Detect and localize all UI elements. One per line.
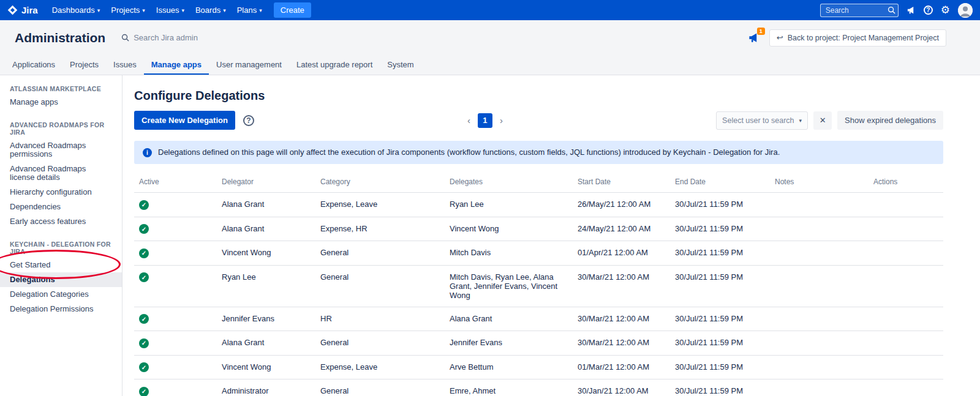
cell-delegator: Alana Grant bbox=[217, 331, 315, 356]
clear-filter-button[interactable]: ✕ bbox=[813, 111, 832, 130]
cell-notes bbox=[770, 217, 869, 241]
nav-menu-label: Plans bbox=[237, 6, 257, 15]
settings-gear-icon[interactable]: ⚙ bbox=[941, 5, 950, 15]
sidebar-item-early-access-features[interactable]: Early access features bbox=[0, 214, 122, 229]
cell-delegates: Arve Bettum bbox=[445, 355, 573, 379]
sidebar-item-advanced-roadmaps-license-details[interactable]: Advanced Roadmaps license details bbox=[0, 162, 122, 185]
table-row: ✓Alana GrantExpense, LeaveRyan Lee26/May… bbox=[134, 193, 943, 217]
nav-menu-plans[interactable]: Plans▾ bbox=[232, 0, 268, 20]
cell-start-date: 24/May/21 12:00 AM bbox=[573, 217, 670, 241]
nav-menu-projects[interactable]: Projects▾ bbox=[105, 0, 151, 20]
cell-active: ✓ bbox=[134, 331, 217, 356]
tab-projects[interactable]: Projects bbox=[62, 55, 106, 75]
user-search-select[interactable]: Select user to search ▾ bbox=[716, 111, 808, 130]
sidebar-item-get-started[interactable]: Get Started bbox=[0, 258, 122, 272]
show-expired-delegations-button[interactable]: Show expired delegations bbox=[837, 111, 943, 130]
back-to-project-label: Back to project: Project Management Proj… bbox=[788, 34, 939, 42]
jira-logo[interactable]: Jira bbox=[7, 5, 38, 15]
notifications-icon[interactable]: 1 bbox=[748, 32, 760, 43]
help-icon[interactable]: ? bbox=[243, 115, 254, 126]
main-panel: Configure Delegations Create New Delegat… bbox=[123, 75, 980, 396]
nav-menu-issues[interactable]: Issues▾ bbox=[151, 0, 190, 20]
pagination-current-page[interactable]: 1 bbox=[478, 113, 492, 128]
admin-search-input[interactable] bbox=[134, 33, 274, 42]
tab-latest-upgrade-report[interactable]: Latest upgrade report bbox=[289, 55, 380, 75]
tab-issues[interactable]: Issues bbox=[106, 55, 144, 75]
cell-delegator: Ryan Lee bbox=[217, 265, 315, 307]
nav-menu-label: Dashboards bbox=[52, 6, 95, 15]
cell-end-date: 30/Jul/21 11:59 PM bbox=[670, 331, 770, 356]
admin-search[interactable] bbox=[121, 33, 274, 42]
table-body: ✓Alana GrantExpense, LeaveRyan Lee26/May… bbox=[134, 193, 943, 396]
column-header-actions: Actions bbox=[869, 174, 943, 193]
nav-menu-label: Boards bbox=[195, 6, 221, 15]
cell-delegates: Vincent Wong bbox=[445, 217, 573, 241]
chevron-down-icon: ▾ bbox=[223, 7, 226, 13]
cell-notes bbox=[770, 331, 869, 356]
cell-start-date: 30/Jan/21 12:00 AM bbox=[573, 379, 670, 396]
pagination-prev-icon[interactable]: ‹ bbox=[467, 115, 470, 125]
table-row: ✓AdministratorGeneralEmre, Ahmet30/Jan/2… bbox=[134, 379, 943, 396]
cell-delegates: Mitch Davis bbox=[445, 241, 573, 266]
tab-manage-apps[interactable]: Manage apps bbox=[144, 55, 209, 75]
cell-category: HR bbox=[315, 307, 445, 331]
sidebar-item-delegation-categories[interactable]: Delegation Categories bbox=[0, 287, 122, 302]
nav-search[interactable] bbox=[820, 4, 899, 17]
nav-search-input[interactable] bbox=[820, 4, 899, 17]
pagination-next-icon[interactable]: › bbox=[500, 115, 503, 125]
notification-badge: 1 bbox=[757, 28, 765, 35]
cell-delegates: Alana Grant bbox=[445, 307, 573, 331]
cell-delegator: Administrator bbox=[217, 379, 315, 396]
create-new-delegation-button[interactable]: Create New Delegation bbox=[134, 111, 235, 130]
configure-delegations-title: Configure Delegations bbox=[134, 89, 943, 103]
cell-active: ✓ bbox=[134, 193, 217, 217]
sidebar-item-delegations[interactable]: Delegations bbox=[0, 272, 122, 287]
announcement-icon[interactable] bbox=[907, 6, 916, 15]
tab-applications[interactable]: Applications bbox=[5, 55, 62, 75]
cell-start-date: 01/Mar/21 12:00 AM bbox=[573, 355, 670, 379]
column-header-start-date: Start Date bbox=[573, 174, 670, 193]
cell-delegates: Emre, Ahmet bbox=[445, 379, 573, 396]
table-row: ✓Ryan LeeGeneralMitch Davis, Ryan Lee, A… bbox=[134, 265, 943, 307]
cell-end-date: 30/Jul/21 11:59 PM bbox=[670, 379, 770, 396]
admin-header-right: 1 ↩ Back to project: Project Management … bbox=[748, 29, 946, 47]
sidebar-item-dependencies[interactable]: Dependencies bbox=[0, 200, 122, 214]
table-row: ✓Vincent WongGeneralMitch Davis01/Apr/21… bbox=[134, 241, 943, 266]
table-header-row: ActiveDelegatorCategoryDelegatesStart Da… bbox=[134, 174, 943, 193]
user-avatar[interactable] bbox=[958, 3, 973, 18]
tab-user-management[interactable]: User management bbox=[209, 55, 289, 75]
tab-system[interactable]: System bbox=[380, 55, 421, 75]
close-icon: ✕ bbox=[820, 116, 826, 125]
cell-delegator: Jennifer Evans bbox=[217, 307, 315, 331]
create-button[interactable]: Create bbox=[274, 2, 311, 18]
cell-actions bbox=[869, 307, 943, 331]
sidebar-item-hierarchy-configuration[interactable]: Hierarchy configuration bbox=[0, 185, 122, 200]
nav-menu-boards[interactable]: Boards▾ bbox=[190, 0, 232, 20]
back-to-project-button[interactable]: ↩ Back to project: Project Management Pr… bbox=[769, 29, 946, 47]
chevron-down-icon: ▾ bbox=[799, 118, 802, 124]
column-header-category: Category bbox=[315, 174, 445, 193]
column-header-notes: Notes bbox=[770, 174, 869, 193]
cell-end-date: 30/Jul/21 11:59 PM bbox=[670, 193, 770, 217]
jira-logo-icon bbox=[7, 5, 18, 15]
active-check-icon: ✓ bbox=[139, 338, 149, 348]
sidebar-item-manage-apps[interactable]: Manage apps bbox=[0, 95, 122, 110]
help-icon[interactable]: ? bbox=[924, 6, 933, 15]
cell-end-date: 30/Jul/21 11:59 PM bbox=[670, 241, 770, 266]
sidebar-section-keychain-delegation-for-jira: KEYCHAIN - DELEGATION FOR JIRA bbox=[0, 229, 122, 258]
nav-right: ? ⚙ bbox=[820, 3, 973, 18]
delegations-table: ActiveDelegatorCategoryDelegatesStart Da… bbox=[134, 174, 943, 396]
sidebar-item-advanced-roadmaps-permissions[interactable]: Advanced Roadmaps permissions bbox=[0, 138, 122, 162]
active-check-icon: ✓ bbox=[139, 200, 149, 210]
cell-category: Expense, HR bbox=[315, 217, 445, 241]
column-header-active: Active bbox=[134, 174, 217, 193]
cell-start-date: 30/Mar/21 12:00 AM bbox=[573, 265, 670, 307]
sidebar-item-delegation-permissions[interactable]: Delegation Permissions bbox=[0, 302, 122, 316]
cell-start-date: 30/Mar/21 12:00 AM bbox=[573, 331, 670, 356]
chevron-down-icon: ▾ bbox=[97, 7, 100, 13]
cell-start-date: 30/Mar/21 12:00 AM bbox=[573, 307, 670, 331]
active-check-icon: ✓ bbox=[139, 387, 149, 396]
cell-category: General bbox=[315, 331, 445, 356]
nav-menu-dashboards[interactable]: Dashboards▾ bbox=[47, 0, 106, 20]
table-row: ✓Jennifer EvansHRAlana Grant30/Mar/21 12… bbox=[134, 307, 943, 331]
